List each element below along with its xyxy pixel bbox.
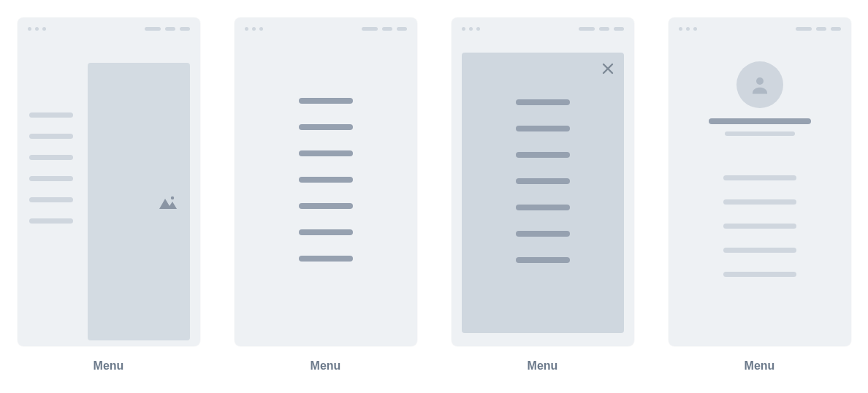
menu-item[interactable] [299, 177, 353, 183]
menu-item[interactable] [299, 229, 353, 235]
variant-side-drawer: Menu [15, 18, 202, 373]
status-pill [614, 27, 624, 31]
status-bar [18, 18, 200, 39]
device-frame [452, 18, 634, 346]
menu-item[interactable] [516, 257, 570, 263]
image-icon [158, 194, 178, 210]
menu-item[interactable] [723, 224, 796, 229]
menu-item[interactable] [723, 272, 796, 277]
menu-item[interactable] [516, 205, 570, 210]
avatar[interactable] [736, 61, 783, 108]
status-indicators [796, 27, 841, 31]
menu-overlay-panel [462, 53, 624, 333]
status-pill [579, 27, 595, 31]
status-indicators [145, 27, 190, 31]
variant-profile-menu: Menu [666, 18, 853, 373]
profile-menu [669, 175, 851, 277]
variant-caption: Menu [745, 359, 775, 373]
variant-overlay-modal: Menu [449, 18, 636, 373]
menu-item[interactable] [299, 150, 353, 156]
menu-item[interactable] [29, 197, 73, 202]
status-pill [397, 27, 407, 31]
menu-item[interactable] [29, 176, 73, 181]
status-pill [796, 27, 812, 31]
status-pill [165, 27, 175, 31]
dot-icon [679, 27, 682, 31]
window-dots [462, 27, 480, 31]
window-dots [28, 27, 46, 31]
profile-subtitle-placeholder [725, 131, 795, 136]
side-menu [29, 112, 73, 224]
menu-item[interactable] [299, 124, 353, 130]
center-menu [235, 98, 417, 262]
dot-icon [245, 27, 248, 31]
menu-item[interactable] [516, 178, 570, 184]
menu-item[interactable] [29, 155, 73, 160]
dot-icon [476, 27, 480, 31]
variant-fullscreen-list: Menu [232, 18, 419, 373]
dot-icon [259, 27, 263, 31]
status-pill [599, 27, 609, 31]
dot-icon [686, 27, 690, 31]
status-pill [145, 27, 161, 31]
menu-item[interactable] [29, 134, 73, 139]
close-icon[interactable] [601, 61, 615, 76]
device-frame [235, 18, 417, 346]
svg-marker-0 [159, 199, 177, 209]
dot-icon [35, 27, 39, 31]
screen-body [235, 39, 417, 346]
status-indicators [579, 27, 624, 31]
svg-point-4 [756, 77, 764, 85]
dot-icon [462, 27, 465, 31]
overlay-menu [462, 99, 624, 263]
status-bar [669, 18, 851, 39]
wireframe-gallery: Menu [0, 0, 868, 373]
menu-item[interactable] [723, 175, 796, 180]
status-pill [831, 27, 841, 31]
menu-item[interactable] [29, 218, 73, 224]
menu-item[interactable] [299, 256, 353, 262]
variant-caption: Menu [528, 359, 558, 373]
device-frame [669, 18, 851, 346]
screen-body [669, 39, 851, 346]
profile-name-placeholder [709, 118, 811, 124]
variant-caption: Menu [94, 359, 124, 373]
menu-item[interactable] [29, 112, 73, 118]
dot-icon [42, 27, 46, 31]
status-bar [452, 18, 634, 39]
dot-icon [469, 27, 473, 31]
menu-item[interactable] [299, 98, 353, 104]
menu-item[interactable] [516, 152, 570, 158]
menu-item[interactable] [723, 248, 796, 253]
menu-item[interactable] [516, 99, 570, 105]
content-image-panel [88, 63, 190, 340]
dot-icon [693, 27, 697, 31]
svg-point-1 [170, 196, 173, 199]
status-indicators [362, 27, 407, 31]
status-pill [180, 27, 190, 31]
window-dots [679, 27, 697, 31]
status-pill [382, 27, 392, 31]
device-frame [18, 18, 200, 346]
status-bar [235, 18, 417, 39]
dot-icon [28, 27, 31, 31]
status-pill [816, 27, 826, 31]
status-pill [362, 27, 378, 31]
dot-icon [252, 27, 256, 31]
user-icon [749, 74, 771, 96]
menu-item[interactable] [516, 231, 570, 237]
menu-item[interactable] [299, 203, 353, 209]
screen-body [18, 39, 200, 346]
variant-caption: Menu [311, 359, 341, 373]
menu-item[interactable] [516, 126, 570, 131]
menu-item[interactable] [723, 199, 796, 205]
window-dots [245, 27, 263, 31]
screen-body [452, 39, 634, 346]
